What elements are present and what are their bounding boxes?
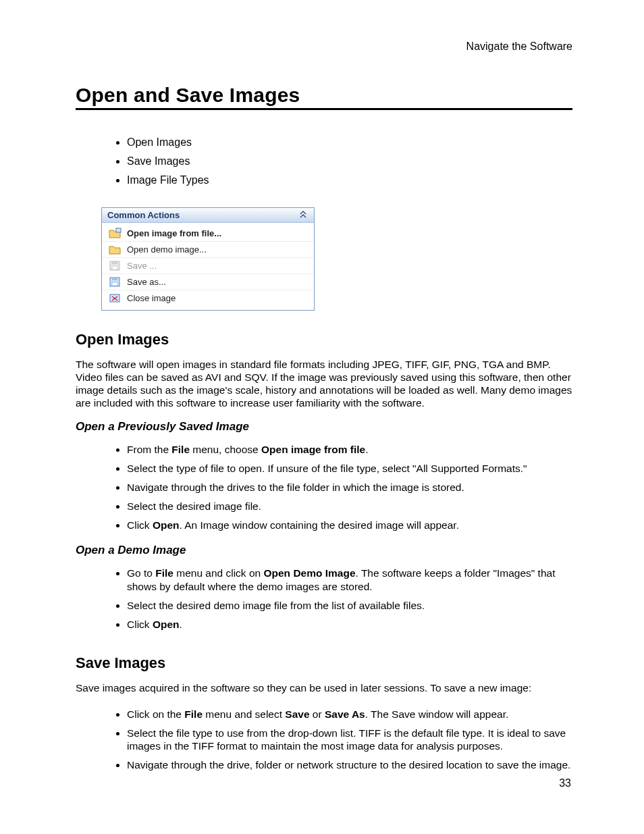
svg-rect-0: [116, 228, 121, 232]
breadcrumb: Navigate the Software: [76, 41, 572, 53]
list-item: Select the file type to use from the dro…: [127, 724, 572, 756]
open-images-heading: Open Images: [76, 331, 572, 348]
action-label: Save ...: [127, 261, 157, 271]
list-item: Image File Types: [127, 171, 572, 190]
list-item: Select the type of file to open. If unsu…: [127, 459, 572, 478]
list-item: Navigate through the drive, folder or ne…: [127, 756, 572, 775]
panel-header[interactable]: Common Actions: [102, 208, 314, 223]
open-demo-icon: [109, 244, 122, 255]
list-item: Navigate through the drives to the file …: [127, 478, 572, 497]
save-images-steps: Click on the File menu and select Save o…: [76, 705, 572, 775]
panel-body: Open image from file... Open demo image.…: [102, 223, 314, 310]
list-item: Go to File menu and click on Open Demo I…: [127, 564, 572, 596]
page-number: 33: [559, 777, 571, 789]
open-demo-image-action[interactable]: Open demo image...: [102, 242, 314, 258]
list-item: Click on the File menu and select Save o…: [127, 705, 572, 724]
collapse-icon[interactable]: [299, 211, 307, 220]
save-images-paragraph: Save images acquired in the software so …: [76, 681, 572, 694]
topic-list: Open Images Save Images Image File Types: [76, 133, 572, 190]
list-item: From the File menu, choose Open image fr…: [127, 440, 572, 459]
save-as-icon: [109, 276, 122, 288]
list-item: Click Open. An Image window containing t…: [127, 516, 572, 535]
action-label: Open demo image...: [127, 244, 207, 255]
save-icon: [109, 260, 122, 271]
svg-rect-5: [112, 278, 117, 280]
save-images-heading: Save Images: [76, 654, 572, 672]
open-file-icon: [109, 228, 122, 239]
close-image-action[interactable]: Close image: [102, 290, 314, 306]
list-item: Select the desired demo image file from …: [127, 596, 572, 615]
open-demo-image-steps: Go to File menu and click on Open Demo I…: [76, 564, 572, 633]
close-image-icon: [109, 292, 122, 304]
list-item: Save Images: [127, 152, 572, 171]
common-actions-panel: Common Actions Open image from file... O…: [101, 207, 315, 311]
panel-title: Common Actions: [107, 210, 180, 220]
svg-rect-3: [112, 266, 117, 269]
action-label: Save as...: [127, 277, 166, 287]
page-title: Open and Save Images: [76, 84, 572, 107]
title-divider: [76, 108, 572, 110]
open-previously-saved-steps: From the File menu, choose Open image fr…: [76, 440, 572, 534]
save-as-action[interactable]: Save as...: [102, 274, 314, 290]
action-label: Open image from file...: [127, 228, 221, 238]
list-item: Select the desired image file.: [127, 497, 572, 516]
save-action: Save ...: [102, 258, 314, 274]
action-label: Close image: [127, 293, 176, 303]
list-item: Click Open.: [127, 615, 572, 634]
list-item: Open Images: [127, 133, 572, 152]
open-previously-saved-heading: Open a Previously Saved Image: [76, 420, 572, 434]
open-image-from-file-action[interactable]: Open image from file...: [102, 226, 314, 242]
svg-rect-2: [112, 261, 117, 264]
open-images-paragraph: The software will open images in standar…: [76, 358, 572, 409]
open-demo-image-heading: Open a Demo Image: [76, 544, 572, 557]
svg-rect-6: [112, 282, 117, 286]
